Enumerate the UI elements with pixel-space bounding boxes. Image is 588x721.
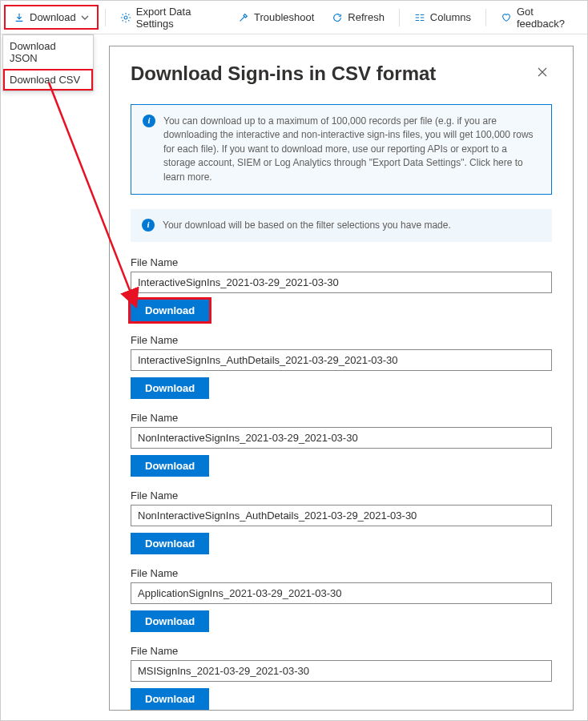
- file-name-label: File Name: [131, 645, 552, 657]
- file-name-label: File Name: [131, 489, 552, 501]
- refresh-icon: [332, 12, 343, 23]
- file-group: File NameDownload: [131, 489, 552, 554]
- file-group: File NameDownload: [131, 412, 552, 477]
- wrench-icon: [238, 12, 249, 23]
- download-file-button[interactable]: Download: [131, 688, 209, 710]
- info-icon: i: [142, 219, 155, 232]
- feedback-button[interactable]: Got feedback?: [493, 1, 584, 34]
- command-bar: Download Export Data Settings Troublesho…: [1, 1, 587, 34]
- download-dropdown: Download JSON Download CSV: [2, 34, 94, 91]
- download-menu-button[interactable]: Download: [4, 5, 99, 30]
- file-group: File NameDownload: [131, 256, 552, 321]
- chevron-down-icon: [81, 14, 89, 22]
- file-name-label: File Name: [131, 334, 552, 346]
- export-data-settings-button[interactable]: Export Data Settings: [112, 1, 228, 34]
- file-name-input[interactable]: [131, 349, 552, 371]
- file-name-input[interactable]: [131, 660, 552, 682]
- file-name-input[interactable]: [131, 582, 552, 604]
- panel-header: Download Sign-ins in CSV format: [131, 62, 552, 85]
- info-banner-limits: i You can download up to a maximum of 10…: [131, 104, 552, 195]
- feedback-label: Got feedback?: [517, 6, 576, 30]
- troubleshoot-button[interactable]: Troubleshoot: [230, 6, 322, 28]
- separator: [105, 9, 106, 26]
- download-file-button[interactable]: Download: [131, 377, 209, 399]
- download-label: Download: [30, 11, 76, 23]
- file-group: File NameDownload: [131, 645, 552, 710]
- gear-icon: [120, 12, 131, 23]
- download-file-button[interactable]: Download: [131, 610, 209, 632]
- info-banner-filter: i Your download will be based on the fil…: [131, 209, 552, 242]
- download-icon: [14, 12, 25, 23]
- file-name-label: File Name: [131, 256, 552, 268]
- columns-icon: [414, 12, 425, 23]
- info-banner-filter-text: Your download will be based on the filte…: [163, 219, 451, 232]
- refresh-label: Refresh: [348, 11, 385, 23]
- download-file-button[interactable]: Download: [131, 533, 209, 554]
- troubleshoot-label: Troubleshoot: [254, 11, 314, 23]
- heart-icon: [501, 12, 512, 23]
- refresh-button[interactable]: Refresh: [324, 6, 393, 28]
- download-file-button[interactable]: Download: [131, 300, 209, 321]
- columns-label: Columns: [430, 11, 471, 23]
- file-name-label: File Name: [131, 567, 552, 579]
- separator: [399, 9, 400, 26]
- file-name-label: File Name: [131, 412, 552, 424]
- download-csv-item[interactable]: Download CSV: [3, 69, 93, 91]
- panel-title: Download Sign-ins in CSV format: [131, 62, 436, 85]
- file-group: File NameDownload: [131, 567, 552, 632]
- file-group: File NameDownload: [131, 334, 552, 399]
- file-name-input[interactable]: [131, 427, 552, 449]
- export-label: Export Data Settings: [136, 6, 220, 30]
- close-button[interactable]: [533, 62, 552, 82]
- info-icon: i: [143, 115, 155, 127]
- file-name-input[interactable]: [131, 505, 552, 526]
- columns-button[interactable]: Columns: [406, 6, 479, 28]
- separator: [485, 9, 486, 26]
- file-name-input[interactable]: [131, 272, 552, 293]
- svg-point-0: [124, 16, 127, 19]
- info-banner-text: You can download up to a maximum of 100,…: [163, 115, 540, 184]
- download-csv-panel: Download Sign-ins in CSV format i You ca…: [109, 46, 574, 711]
- download-file-button[interactable]: Download: [131, 455, 209, 477]
- download-json-item[interactable]: Download JSON: [3, 35, 93, 69]
